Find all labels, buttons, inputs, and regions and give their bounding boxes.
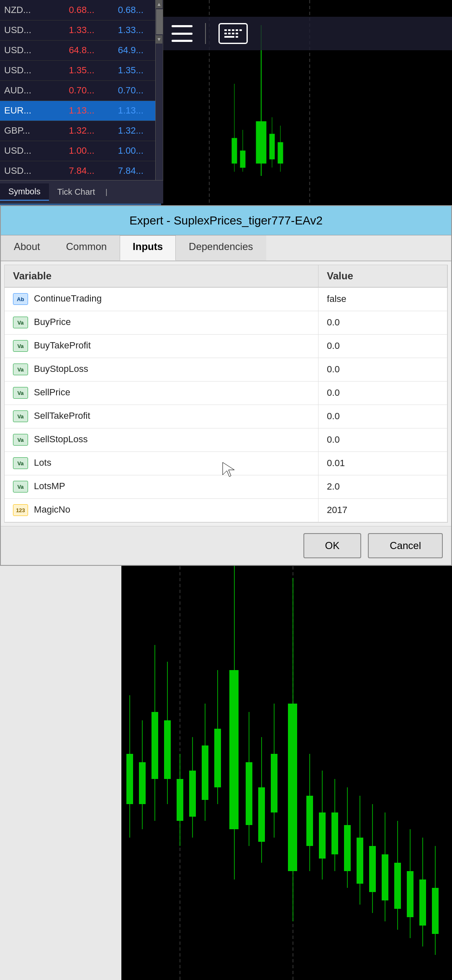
param-value[interactable]: 0.0	[318, 358, 447, 381]
param-value[interactable]: 0.0	[318, 334, 447, 358]
param-variable: Ab ContinueTrading	[5, 287, 318, 311]
svg-rect-30	[202, 745, 208, 800]
symbol-name: EUR...	[0, 101, 64, 121]
hamburger-line-2	[172, 33, 193, 35]
tab-symbols[interactable]: Symbols	[0, 183, 49, 201]
var-type-icon: Va	[13, 481, 28, 493]
scrollbar-vertical[interactable]: ▲ ▼	[155, 0, 163, 180]
symbol-row[interactable]: USD... 7.84... 7.84...	[0, 161, 163, 180]
param-row[interactable]: Va BuyPrice 0.0	[5, 311, 447, 334]
param-variable: Va SellTakeProfit	[5, 405, 318, 428]
param-row[interactable]: Va LotsMP 2.0	[5, 475, 447, 498]
var-type-icon: Va	[13, 364, 28, 375]
param-row[interactable]: Va SellStopLoss 0.0	[5, 428, 447, 451]
param-value[interactable]: 2017	[318, 498, 447, 522]
cancel-button[interactable]: Cancel	[368, 533, 443, 558]
tab-about[interactable]: About	[1, 235, 53, 260]
param-row[interactable]: 123 MagicNo 2017	[5, 498, 447, 522]
symbol-name: AUD...	[0, 80, 64, 101]
expert-tabs: About Common Inputs Dependencies	[1, 235, 451, 261]
keyboard-button[interactable]	[218, 23, 248, 44]
hamburger-menu-button[interactable]	[172, 25, 193, 42]
symbol-row[interactable]: USD... 1.35... 1.35...	[0, 60, 163, 80]
svg-rect-40	[271, 754, 277, 812]
param-row[interactable]: Va SellTakeProfit 0.0	[5, 405, 447, 428]
param-row[interactable]: Va BuyStopLoss 0.0	[5, 358, 447, 381]
symbol-row[interactable]: USD... 1.33... 1.33...	[0, 20, 163, 40]
symbol-name: NZD...	[0, 0, 64, 20]
expert-title-text: Expert - SuplexPrices_tiger777-EAv2	[129, 214, 323, 227]
expert-footer: OK Cancel	[1, 526, 451, 565]
scroll-thumb[interactable]	[156, 9, 163, 34]
symbol-name: GBP...	[0, 121, 64, 141]
svg-rect-50	[344, 825, 351, 871]
symbol-row[interactable]: USD... 1.00... 1.00...	[0, 141, 163, 161]
symbol-row[interactable]: NZD... 0.68... 0.68...	[0, 0, 163, 20]
symbol-bid: 1.13...	[64, 101, 113, 121]
svg-rect-56	[382, 854, 388, 900]
symbol-bid: 0.70...	[64, 80, 113, 101]
svg-rect-46	[319, 812, 326, 859]
symbol-bid: 1.32...	[64, 121, 113, 141]
var-type-icon: Va	[13, 340, 28, 352]
symbols-table: NZD... 0.68... 0.68... USD... 1.33... 1.…	[0, 0, 163, 180]
tab-tick-chart[interactable]: Tick Chart	[49, 184, 103, 200]
var-type-icon: Va	[13, 434, 28, 446]
symbol-bid: 7.84...	[64, 161, 113, 180]
param-value[interactable]: 0.0	[318, 405, 447, 428]
param-row[interactable]: Va BuyTakeProfit 0.0	[5, 334, 447, 358]
symbol-row[interactable]: EUR... 1.13... 1.13...	[0, 101, 163, 121]
svg-rect-44	[306, 796, 313, 846]
param-row[interactable]: Ab ContinueTrading false	[5, 287, 447, 311]
var-type-icon: Va	[13, 317, 28, 328]
symbol-bid: 0.68...	[64, 0, 113, 20]
param-value[interactable]: 0.0	[318, 428, 447, 451]
keyboard-icon-graphic	[224, 29, 242, 38]
svg-rect-4	[256, 121, 266, 163]
tab-separator: |	[103, 188, 110, 196]
symbol-row[interactable]: USD... 64.8... 64.9...	[0, 40, 163, 60]
svg-rect-48	[331, 812, 338, 854]
param-value[interactable]: 0.0	[318, 311, 447, 334]
symbol-name: USD...	[0, 141, 64, 161]
param-row[interactable]: Va SellPrice 0.0	[5, 381, 447, 405]
svg-rect-8	[240, 151, 245, 168]
svg-rect-62	[419, 879, 426, 926]
param-row[interactable]: Va Lots 0.01	[5, 451, 447, 475]
svg-rect-58	[394, 863, 401, 909]
svg-rect-12	[278, 142, 283, 163]
param-variable: Va Lots	[5, 451, 318, 475]
symbol-bid: 64.8...	[64, 40, 113, 60]
scroll-down-arrow[interactable]: ▼	[156, 35, 162, 44]
svg-rect-60	[407, 871, 413, 917]
param-variable: Va LotsMP	[5, 475, 318, 498]
tab-common[interactable]: Common	[53, 235, 120, 260]
ok-button[interactable]: OK	[303, 533, 362, 558]
var-type-icon: Va	[13, 387, 28, 399]
top-toolbar	[163, 17, 452, 50]
tab-inputs[interactable]: Inputs	[120, 235, 176, 260]
param-value[interactable]: false	[318, 287, 447, 311]
param-value[interactable]: 2.0	[318, 475, 447, 498]
symbol-row[interactable]: GBP... 1.32... 1.32...	[0, 121, 163, 141]
var-type-icon: 123	[13, 504, 28, 516]
svg-rect-36	[246, 762, 252, 825]
params-table: Variable Value Ab ContinueTrading false …	[5, 265, 447, 522]
svg-rect-22	[152, 712, 158, 779]
col-header-variable: Variable	[5, 265, 318, 287]
col-header-value: Value	[318, 265, 447, 287]
tab-dependencies[interactable]: Dependencies	[176, 235, 266, 260]
symbol-row[interactable]: AUD... 0.70... 0.70...	[0, 80, 163, 101]
scroll-up-arrow[interactable]: ▲	[156, 0, 162, 8]
param-value[interactable]: 0.01	[318, 451, 447, 475]
svg-rect-34	[229, 670, 239, 829]
param-value[interactable]: 0.0	[318, 381, 447, 405]
svg-rect-64	[432, 888, 439, 934]
param-variable: Va BuyStopLoss	[5, 358, 318, 381]
param-variable: 123 MagicNo	[5, 498, 318, 522]
svg-rect-38	[258, 787, 265, 842]
toolbar-divider	[205, 23, 206, 44]
svg-rect-10	[270, 134, 275, 159]
svg-rect-32	[214, 729, 221, 787]
symbol-name: USD...	[0, 161, 64, 180]
